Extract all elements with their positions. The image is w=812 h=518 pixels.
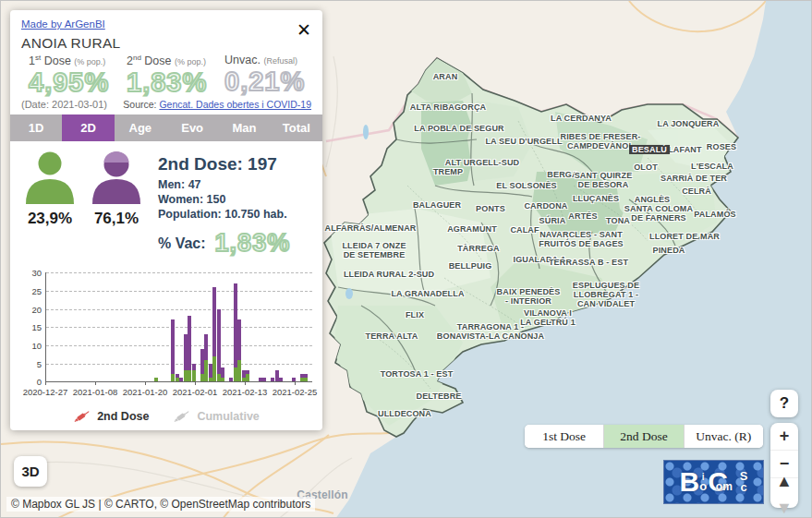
x-axis-tick: 2020-12-27 bbox=[23, 387, 68, 397]
x-axis-tickmark bbox=[45, 381, 46, 385]
pitch-toggle-button[interactable]: ▲ ▼ bbox=[770, 478, 798, 508]
bar-men-2021-01-26[interactable] bbox=[171, 374, 175, 381]
bar-men-2021-01-30[interactable] bbox=[188, 370, 191, 381]
map-label-besal[interactable]: BESALÚ bbox=[629, 145, 670, 154]
map-attribution[interactable]: © Mapbox GL JS | © CARTO, © OpenStreetMa… bbox=[6, 497, 315, 512]
biocomsc-logo[interactable]: B i o C om S c bbox=[663, 460, 764, 504]
legend-cumulative[interactable]: Cumulative bbox=[173, 409, 259, 423]
bar-women-2021-02-02[interactable] bbox=[200, 349, 204, 375]
gridline bbox=[46, 272, 312, 273]
lake bbox=[345, 288, 353, 299]
stat-label: Unvac. (Refusal) bbox=[224, 54, 313, 66]
bar-women-2021-01-28[interactable] bbox=[179, 378, 183, 381]
map-label-ponts: PONTS bbox=[476, 204, 505, 213]
legend-2nd-dose[interactable]: 2nd Dose bbox=[73, 409, 149, 423]
logo-letter: o bbox=[699, 481, 707, 492]
tab-age[interactable]: Age bbox=[115, 114, 166, 141]
bar-women-2021-02-09[interactable] bbox=[229, 378, 233, 381]
map-label-s-ria: SÚRIA bbox=[539, 216, 566, 225]
zoom-in-button[interactable]: + bbox=[770, 423, 798, 451]
gridline bbox=[46, 309, 312, 310]
bar-women-2021-02-04[interactable] bbox=[209, 364, 212, 379]
bar-men-2021-02-10[interactable] bbox=[234, 367, 237, 382]
tab-man[interactable]: Man bbox=[218, 114, 270, 141]
vac-label: % Vac: bbox=[158, 235, 206, 252]
source-link[interactable]: Gencat. Dades obertes i COVID-19 bbox=[159, 99, 311, 110]
bar-women-2021-02-11[interactable] bbox=[237, 319, 241, 359]
map-label-esplugues-de-llobregat-1-can-vidalet: ESPLUGUES DE LLOBREGAT 1 - CAN VIDALET bbox=[573, 281, 639, 308]
dose-button-2nd-dose[interactable]: 2nd Dose bbox=[603, 425, 683, 448]
bar-women-2021-02-20[interactable] bbox=[275, 370, 279, 381]
map-label-bellpuig: BELLPUIG bbox=[449, 261, 492, 271]
bar-men-2021-02-26[interactable] bbox=[300, 378, 304, 381]
x-axis-tick: 2021-01-20 bbox=[123, 387, 168, 397]
bar-men-2021-01-22[interactable] bbox=[154, 378, 158, 381]
page-title: ANOIA RURAL bbox=[21, 35, 311, 52]
bar-women-2021-01-30[interactable] bbox=[188, 316, 191, 370]
bar-women-2021-01-26[interactable] bbox=[171, 319, 175, 374]
map-label-lloret-de-mar: LLORET DE MAR bbox=[649, 232, 720, 241]
gridline bbox=[46, 364, 312, 365]
logo-letter: c bbox=[741, 482, 747, 493]
dose-button-unvac-r[interactable]: Unvac. (R) bbox=[684, 425, 763, 448]
dose-button-1st-dose[interactable]: 1st Dose bbox=[525, 425, 603, 448]
bar-women-2021-02-26[interactable] bbox=[300, 374, 304, 378]
map-label-sarri-de-ter: SARRIÀ DE TER bbox=[661, 174, 727, 183]
tab-2d[interactable]: 2D bbox=[62, 114, 114, 141]
dose-stats-row: 1st Dose (% pop.)4,95%2nd Dose (% pop.)1… bbox=[19, 54, 313, 99]
bar-men-2021-02-11[interactable] bbox=[237, 360, 241, 382]
bar-women-2021-02-10[interactable] bbox=[234, 283, 237, 367]
tab-bar: 1D2DAgeEvoManTotal bbox=[10, 114, 322, 141]
close-icon[interactable]: ✕ bbox=[297, 21, 311, 39]
bar-women-2021-02-06[interactable] bbox=[217, 309, 221, 375]
bar-women-2021-01-29[interactable] bbox=[184, 334, 188, 370]
bar-men-2021-01-27[interactable] bbox=[176, 378, 179, 381]
bar-women-2021-02-07[interactable] bbox=[221, 367, 224, 379]
bar-women-2021-02-03[interactable] bbox=[204, 334, 208, 360]
bar-men-2021-02-03[interactable] bbox=[204, 360, 208, 382]
bar-women-2021-01-27[interactable] bbox=[176, 374, 179, 378]
map-label-la-seu-d-urgell: LA SEU D'URGELL bbox=[485, 137, 562, 146]
tab-total[interactable]: Total bbox=[271, 114, 322, 141]
x-axis-tick: 2021-02-13 bbox=[223, 387, 268, 397]
map-label-roses: ROSES bbox=[707, 142, 736, 151]
bar-men-2021-02-06[interactable] bbox=[217, 374, 221, 381]
bar-women-2021-02-16[interactable] bbox=[259, 378, 262, 381]
bar-women-2021-02-05[interactable] bbox=[212, 287, 216, 356]
tab-evo[interactable]: Evo bbox=[166, 114, 218, 141]
daily-doses-chart: 0510152025302020-12-272021-01-082021-01-… bbox=[23, 271, 311, 402]
bar-women-2021-02-13[interactable] bbox=[246, 370, 249, 374]
3d-toggle-button[interactable]: 3D bbox=[14, 456, 47, 487]
credit-link[interactable]: Made by ArGenBI bbox=[21, 18, 311, 30]
bar-women-2021-02-17[interactable] bbox=[262, 378, 266, 381]
stat-label: 2nd Dose (% pop.) bbox=[127, 54, 215, 67]
y-axis-tick: 20 bbox=[23, 304, 42, 314]
bar-men-2021-01-31[interactable] bbox=[192, 370, 196, 381]
help-button[interactable]: ? bbox=[770, 390, 798, 417]
bar-men-2021-01-29[interactable] bbox=[184, 370, 188, 381]
map-label-alta-ribagor-a: ALTA RIBAGORÇA bbox=[410, 102, 486, 112]
bar-men-2021-02-13[interactable] bbox=[246, 374, 249, 381]
map-label-la-jonquera: LA JONQUERA bbox=[658, 119, 720, 128]
gender-breakdown: 23,9% 76,1% 2nd Dose: 197 Men: 47 Women:… bbox=[21, 149, 311, 259]
bar-women-2021-02-12[interactable] bbox=[242, 370, 246, 378]
x-axis-tick: 2021-02-25 bbox=[273, 387, 318, 397]
bar-women-2021-01-31[interactable] bbox=[192, 364, 196, 371]
bar-women-2021-02-27[interactable] bbox=[304, 374, 308, 378]
y-axis-tick: 0 bbox=[23, 377, 42, 387]
map-label-baix-pened-s-interior: BAIX PENEDÈS - INTERIOR bbox=[497, 287, 561, 306]
bar-men-2021-02-05[interactable] bbox=[212, 356, 216, 382]
x-axis-tickmark bbox=[145, 381, 146, 385]
bar-men-2021-02-02[interactable] bbox=[200, 374, 204, 381]
bar-men-2021-02-04[interactable] bbox=[209, 378, 212, 381]
bar-women-2021-02-21[interactable] bbox=[279, 378, 283, 381]
bar-men-2021-02-27[interactable] bbox=[304, 378, 308, 381]
tab-1d[interactable]: 1D bbox=[10, 114, 62, 141]
bar-women-2021-02-19[interactable] bbox=[271, 378, 274, 381]
chart-plot-area bbox=[45, 272, 312, 382]
map-label-tarragona-1-bonavista-la-canonja: TARRAGONA 1 - BONAVISTA-LA CANONJA bbox=[437, 322, 544, 341]
men-count: Men: 47 bbox=[158, 177, 290, 192]
map-label-olot: OLOT bbox=[634, 163, 658, 172]
dose-details: 2nd Dose: 197 Men: 47 Women: 150 Populat… bbox=[158, 149, 290, 259]
bar-men-2021-02-07[interactable] bbox=[221, 378, 224, 381]
